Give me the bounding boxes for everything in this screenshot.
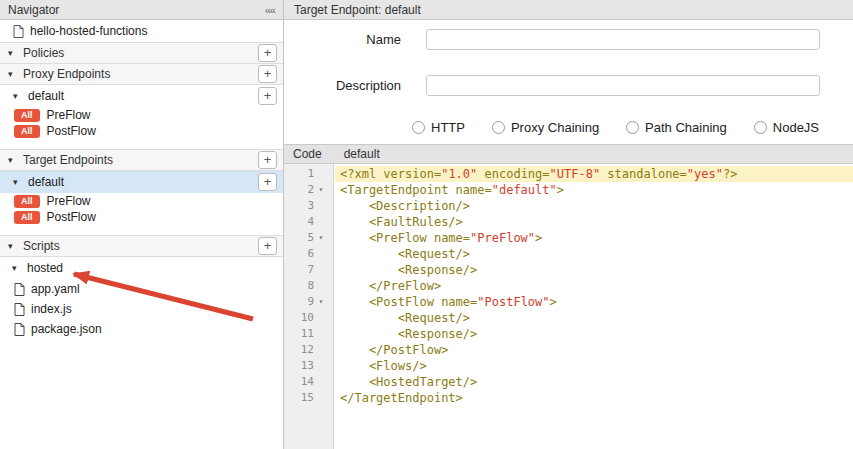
line-number: 2 <box>284 182 314 198</box>
line-number: 8 <box>284 278 314 294</box>
script-file-index-js[interactable]: index.js <box>0 299 283 319</box>
code-text[interactable]: <Request/> <box>335 246 853 262</box>
code-text[interactable]: <FaultRules/> <box>335 214 853 230</box>
line-number: 5 <box>284 230 314 246</box>
code-line[interactable]: 15 </TargetEndpoint> <box>284 390 853 406</box>
code-line[interactable]: 3 <Description/> <box>284 198 853 214</box>
radio-http[interactable]: HTTP <box>412 120 465 135</box>
code-line[interactable]: 11 <Response/> <box>284 326 853 342</box>
page-title: Target Endpoint: default <box>284 0 853 20</box>
navigator-header: Navigator «« <box>0 0 283 20</box>
line-number: 14 <box>284 374 314 390</box>
code-line[interactable]: 4 <FaultRules/> <box>284 214 853 230</box>
target-endpoint-default[interactable]: ▾ default + <box>0 171 283 193</box>
radio-proxy-chaining[interactable]: Proxy Chaining <box>492 120 599 135</box>
code-text[interactable]: <HostedTarget/> <box>335 374 853 390</box>
code-tab-default[interactable]: default <box>344 147 380 161</box>
description-field[interactable] <box>426 75 820 96</box>
code-label: Code <box>293 147 322 161</box>
proxy-preflow-item[interactable]: All PreFlow <box>0 107 283 123</box>
radio-path-chaining[interactable]: Path Chaining <box>626 120 727 135</box>
add-target-endpoint-button[interactable]: + <box>258 151 277 169</box>
section-policies[interactable]: ▾ Policies + <box>0 42 283 64</box>
add-proxy-flow-button[interactable]: + <box>258 87 277 105</box>
all-badge: All <box>14 125 40 138</box>
code-text[interactable]: <Response/> <box>335 262 853 278</box>
code-text[interactable]: <PreFlow name="PreFlow"> <box>335 230 853 246</box>
triangle-down-icon[interactable]: ▾ <box>8 155 17 165</box>
add-policy-button[interactable]: + <box>258 44 277 62</box>
code-line[interactable]: 6 <Request/> <box>284 246 853 262</box>
triangle-down-icon[interactable]: ▾ <box>12 263 21 273</box>
code-text[interactable]: </PreFlow> <box>335 278 853 294</box>
all-badge: All <box>14 211 40 224</box>
name-field[interactable] <box>426 29 820 50</box>
radio-nodejs[interactable]: NodeJS <box>754 120 819 135</box>
endpoint-form: Name Description HTTP Proxy Chaining P <box>284 20 853 144</box>
triangle-down-icon[interactable]: ▾ <box>8 69 17 79</box>
proxy-postflow-item[interactable]: All PostFlow <box>0 123 283 139</box>
code-line[interactable]: 14 <HostedTarget/> <box>284 374 853 390</box>
file-icon <box>14 283 25 296</box>
triangle-down-icon[interactable]: ▾ <box>13 177 22 187</box>
bundle-item[interactable]: hello-hosted-functions <box>0 20 283 42</box>
script-file-app-yaml[interactable]: app.yaml <box>0 279 283 299</box>
navigator-panel: Navigator «« hello-hosted-functions ▾ Po… <box>0 0 284 449</box>
fold-icon[interactable]: ▾ <box>314 294 328 310</box>
code-text[interactable]: <PostFlow name="PostFlow"> <box>335 294 853 310</box>
triangle-down-icon[interactable]: ▾ <box>8 48 17 58</box>
document-icon <box>13 25 24 38</box>
main-panel: Target Endpoint: default Name Descriptio… <box>284 0 853 449</box>
radio-circle-icon[interactable] <box>754 121 767 134</box>
proxy-preflow-label: PreFlow <box>47 108 91 122</box>
radio-circle-icon[interactable] <box>412 121 425 134</box>
code-line[interactable]: 2▾ <TargetEndpoint name="default"> <box>284 182 853 198</box>
code-text[interactable]: <Description/> <box>335 198 853 214</box>
add-script-button[interactable]: + <box>258 237 277 255</box>
code-line[interactable]: 1 <?xml version="1.0" encoding="UTF-8" s… <box>284 166 853 182</box>
code-text[interactable]: <Response/> <box>335 326 853 342</box>
fold-icon[interactable]: ▾ <box>314 230 328 246</box>
proxy-endpoint-default[interactable]: ▾ default + <box>0 85 283 107</box>
script-file-package-json[interactable]: package.json <box>0 319 283 339</box>
target-preflow-item[interactable]: All PreFlow <box>0 193 283 209</box>
code-line[interactable]: 12 </PostFlow> <box>284 342 853 358</box>
radio-circle-icon[interactable] <box>626 121 639 134</box>
code-line[interactable]: 10 <Request/> <box>284 310 853 326</box>
code-line[interactable]: 5▾ <PreFlow name="PreFlow"> <box>284 230 853 246</box>
target-preflow-label: PreFlow <box>47 194 91 208</box>
code-text[interactable]: <Request/> <box>335 310 853 326</box>
name-label: Name <box>284 32 426 47</box>
add-proxy-endpoint-button[interactable]: + <box>258 65 277 83</box>
code-line[interactable]: 13 <Flows/> <box>284 358 853 374</box>
code-panel-header: Code default <box>284 144 853 164</box>
proxy-endpoint-name: default <box>28 89 64 103</box>
code-line[interactable]: 7 <Response/> <box>284 262 853 278</box>
section-target-endpoints[interactable]: ▾ Target Endpoints + <box>0 149 283 171</box>
target-endpoint-name: default <box>28 175 64 189</box>
add-target-flow-button[interactable]: + <box>258 173 277 191</box>
description-label: Description <box>284 78 426 93</box>
section-proxy-endpoints[interactable]: ▾ Proxy Endpoints + <box>0 63 283 85</box>
proxy-postflow-label: PostFlow <box>47 124 96 138</box>
fold-icon[interactable]: ▾ <box>314 182 328 198</box>
radio-circle-icon[interactable] <box>492 121 505 134</box>
section-scripts[interactable]: ▾ Scripts + <box>0 235 283 257</box>
code-editor[interactable]: 1 <?xml version="1.0" encoding="UTF-8" s… <box>284 164 853 449</box>
line-number: 6 <box>284 246 314 262</box>
code-text[interactable]: <?xml version="1.0" encoding="UTF-8" sta… <box>335 166 853 182</box>
scripts-folder-hosted[interactable]: ▾ hosted <box>0 257 283 279</box>
file-icon <box>14 303 25 316</box>
code-text[interactable]: <TargetEndpoint name="default"> <box>335 182 853 198</box>
line-number: 3 <box>284 198 314 214</box>
code-line[interactable]: 9▾ <PostFlow name="PostFlow"> <box>284 294 853 310</box>
code-line[interactable]: 8 </PreFlow> <box>284 278 853 294</box>
triangle-down-icon[interactable]: ▾ <box>13 91 22 101</box>
triangle-down-icon[interactable]: ▾ <box>8 241 17 251</box>
target-postflow-item[interactable]: All PostFlow <box>0 209 283 225</box>
collapse-panel-icon[interactable]: «« <box>265 4 275 16</box>
all-badge: All <box>14 195 40 208</box>
code-text[interactable]: </PostFlow> <box>335 342 853 358</box>
code-text[interactable]: <Flows/> <box>335 358 853 374</box>
code-text[interactable]: </TargetEndpoint> <box>335 390 853 406</box>
